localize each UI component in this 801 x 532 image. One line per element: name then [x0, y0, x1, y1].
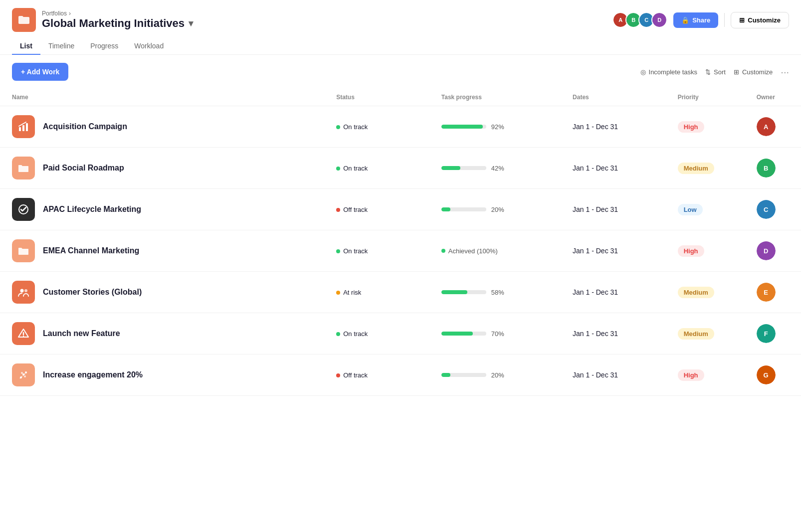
toolbar: + Add Work ◎ Incomplete tasks ⇅ Sort ⊞ C… — [0, 55, 801, 89]
row-name-text: Increase engagement 20% — [43, 370, 143, 379]
header-right: A B C D 🔒 Share ⊞ Customize — [612, 12, 789, 28]
divider — [724, 13, 725, 27]
name-cell[interactable]: Launch new Feature — [0, 313, 328, 355]
progress-bar — [441, 373, 486, 377]
status-text: Off track — [343, 206, 368, 213]
priority-cell[interactable]: High — [670, 230, 749, 272]
progress-cell: 42% — [433, 148, 565, 189]
status-cell[interactable]: At risk — [328, 272, 433, 313]
progress-bar — [441, 332, 486, 336]
tab-list[interactable]: List — [12, 38, 40, 55]
table-row: Customer Stories (Global) At risk 58% Ja… — [0, 272, 801, 313]
status-text: At risk — [343, 289, 361, 296]
table-row: Acquisition Campaign On track 92% Jan 1 … — [0, 106, 801, 148]
achieved-dot — [441, 249, 445, 253]
more-options-button[interactable]: ··· — [781, 66, 789, 78]
tab-timeline[interactable]: Timeline — [40, 38, 82, 55]
svg-rect-2 — [26, 123, 28, 131]
customize-button[interactable]: ⊞ Customize — [731, 12, 789, 28]
row-name-content: EMEA Channel Marketing — [12, 239, 320, 262]
table-row: EMEA Channel Marketing On track Achieved… — [0, 230, 801, 272]
owner-cell: A — [749, 106, 801, 148]
avatar: D — [651, 12, 667, 28]
progress-label: 42% — [491, 165, 504, 172]
status-cell[interactable]: On track — [328, 106, 433, 148]
avatar-circle: F — [757, 324, 776, 343]
tab-workload[interactable]: Workload — [126, 38, 172, 55]
progress-cell: 20% — [433, 355, 565, 396]
priority-badge: Medium — [678, 328, 714, 340]
name-cell[interactable]: Acquisition Campaign — [0, 106, 328, 148]
dates-text: Jan 1 - Dec 31 — [573, 205, 618, 213]
header: Portfolios › Global Marketing Initiative… — [0, 0, 801, 32]
sort-button[interactable]: ⇅ Sort — [705, 68, 726, 76]
portfolio-title[interactable]: Global Marketing Initiatives ▾ — [42, 17, 193, 30]
progress-achieved: Achieved (100%) — [441, 247, 557, 255]
status-cell[interactable]: Off track — [328, 355, 433, 396]
priority-cell[interactable]: Low — [670, 189, 749, 230]
owner-avatar: F — [757, 324, 776, 343]
row-icon — [12, 239, 35, 262]
name-cell[interactable]: Customer Stories (Global) — [0, 272, 328, 313]
priority-cell[interactable]: High — [670, 106, 749, 148]
status-badge: Off track — [336, 206, 368, 213]
owner-cell: C — [749, 189, 801, 230]
name-cell[interactable]: APAC Lifecycle Marketing — [0, 189, 328, 230]
status-cell[interactable]: On track — [328, 148, 433, 189]
row-name-text: Customer Stories (Global) — [43, 288, 142, 297]
row-icon — [12, 281, 35, 304]
row-name-text: APAC Lifecycle Marketing — [43, 205, 141, 214]
table-customize-label: Customize — [742, 68, 773, 76]
owner-avatar: C — [757, 200, 776, 219]
status-dot — [336, 291, 340, 295]
svg-point-5 — [24, 289, 27, 292]
owner-avatar: B — [757, 159, 776, 177]
row-icon — [12, 363, 35, 386]
name-cell[interactable]: Increase engagement 20% — [0, 355, 328, 396]
tab-progress[interactable]: Progress — [82, 38, 126, 55]
add-work-button[interactable]: + Add Work — [12, 63, 68, 81]
col-header-owner: Owner — [749, 89, 801, 106]
status-dot — [336, 332, 340, 336]
breadcrumb: Portfolios › — [42, 10, 193, 17]
dates-cell: Jan 1 - Dec 31 — [565, 355, 670, 396]
priority-cell[interactable]: High — [670, 355, 749, 396]
col-header-priority: Priority — [670, 89, 749, 106]
table-customize-button[interactable]: ⊞ Customize — [734, 68, 773, 76]
row-name-content: Acquisition Campaign — [12, 115, 320, 138]
progress-content: 92% — [441, 123, 557, 131]
name-cell[interactable]: EMEA Channel Marketing — [0, 230, 328, 272]
progress-label: 58% — [491, 289, 504, 296]
row-icon — [12, 115, 35, 138]
status-badge: On track — [336, 165, 368, 172]
dates-text: Jan 1 - Dec 31 — [573, 247, 618, 255]
priority-cell[interactable]: Medium — [670, 313, 749, 355]
status-cell[interactable]: On track — [328, 230, 433, 272]
row-name-content: Increase engagement 20% — [12, 363, 320, 386]
priority-cell[interactable]: Medium — [670, 148, 749, 189]
status-text: On track — [343, 247, 368, 255]
name-cell[interactable]: Paid Social Roadmap — [0, 148, 328, 189]
owner-cell: F — [749, 313, 801, 355]
team-avatars: A B C D — [612, 12, 667, 28]
status-cell[interactable]: Off track — [328, 189, 433, 230]
progress-label: 70% — [491, 330, 504, 338]
customize-label: Customize — [748, 16, 781, 24]
owner-avatar: A — [757, 117, 776, 136]
progress-bar — [441, 166, 486, 170]
owner-avatar: E — [757, 283, 776, 302]
priority-cell[interactable]: Medium — [670, 272, 749, 313]
progress-content: 20% — [441, 206, 557, 213]
svg-rect-1 — [22, 125, 24, 131]
dates-cell: Jan 1 - Dec 31 — [565, 148, 670, 189]
priority-badge: Medium — [678, 163, 714, 174]
progress-cell: 92% — [433, 106, 565, 148]
incomplete-tasks-filter[interactable]: ◎ Incomplete tasks — [640, 68, 698, 76]
table-row: Launch new Feature On track 70% Jan 1 - … — [0, 313, 801, 355]
row-name-content: Launch new Feature — [12, 322, 320, 345]
status-cell[interactable]: On track — [328, 313, 433, 355]
row-icon — [12, 322, 35, 345]
share-button[interactable]: 🔒 Share — [673, 12, 718, 28]
avatar-circle: C — [757, 200, 776, 219]
row-name-content: Customer Stories (Global) — [12, 281, 320, 304]
